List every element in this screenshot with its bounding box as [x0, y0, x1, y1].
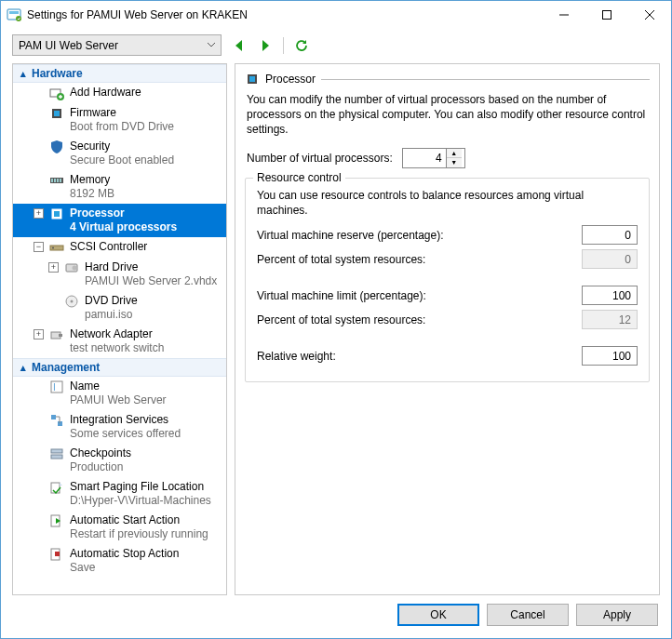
dvd-icon — [64, 294, 79, 309]
reserve-pct-readonly — [582, 249, 638, 269]
relative-weight-label: Relative weight: — [257, 350, 582, 363]
svg-rect-17 — [54, 211, 60, 217]
tree-item-scsi-controller[interactable]: − SCSI Controller — [13, 237, 226, 258]
refresh-button[interactable] — [293, 37, 310, 54]
toolbar-divider — [283, 37, 284, 54]
cancel-button[interactable]: Cancel — [487, 604, 569, 626]
processor-icon — [49, 206, 64, 221]
num-virtual-processors-input[interactable] — [403, 152, 446, 165]
tree-item-integration-services[interactable]: Integration ServicesSome services offere… — [13, 410, 226, 444]
nav-back-button[interactable] — [231, 37, 248, 54]
vm-limit-input[interactable] — [582, 286, 638, 305]
panel-heading: Processor — [265, 73, 316, 86]
collapse-toggle[interactable]: − — [34, 242, 44, 252]
ok-button[interactable]: OK — [397, 604, 479, 626]
vm-selector-dropdown[interactable]: PAM UI Web Server — [12, 34, 222, 56]
num-virtual-processors-stepper[interactable]: ▲ ▼ — [402, 148, 465, 168]
svg-point-23 — [71, 300, 74, 303]
resource-control-legend: Resource control — [253, 171, 345, 184]
svg-rect-32 — [51, 483, 60, 493]
limit-pct-label: Percent of total system resources: — [257, 313, 582, 326]
tree-item-hard-drive[interactable]: + Hard DrivePAMUI Web Server 2.vhdx — [13, 258, 226, 291]
management-category-header[interactable]: ▴ Management — [13, 358, 226, 377]
tree-item-name[interactable]: I NamePAMUI Web Server — [13, 377, 226, 410]
integration-icon — [49, 413, 64, 428]
svg-rect-15 — [60, 179, 61, 182]
tree-item-network-adapter[interactable]: + Network Adaptertest network switch — [13, 325, 226, 358]
tree-item-dvd-drive[interactable]: DVD Drivepamui.iso — [13, 291, 226, 325]
svg-rect-35 — [55, 552, 60, 556]
app-icon — [7, 7, 21, 22]
toolbar: PAM UI Web Server — [1, 29, 671, 63]
auto-start-icon — [49, 513, 64, 528]
nav-forward-button[interactable] — [257, 37, 274, 54]
add-hardware-icon — [49, 86, 64, 100]
tree-item-smart-paging[interactable]: Smart Paging File LocationD:\Hyper-V\Vir… — [13, 477, 226, 511]
svg-text:I: I — [53, 382, 56, 393]
relative-weight-input[interactable] — [582, 346, 638, 366]
tree-item-auto-stop[interactable]: Automatic Stop ActionSave — [13, 544, 226, 578]
firmware-icon — [49, 106, 64, 121]
vm-reserve-input[interactable] — [582, 225, 638, 245]
chevron-down-icon — [208, 43, 215, 47]
titlebar: Settings for PAMUI Web Server on KRAKEN — [1, 1, 671, 29]
vm-limit-label: Virtual machine limit (percentage): — [257, 289, 582, 302]
hardware-category-header[interactable]: ▴ Hardware — [13, 64, 226, 83]
svg-rect-14 — [57, 179, 59, 182]
minimize-button[interactable] — [543, 1, 585, 29]
tree-item-add-hardware[interactable]: Add Hardware — [13, 83, 226, 103]
vm-selector-value: PAM UI Web Server — [19, 39, 118, 52]
hardware-category-label: Hardware — [32, 67, 83, 80]
expand-toggle[interactable]: + — [34, 329, 44, 339]
svg-point-21 — [73, 266, 77, 271]
limit-pct-readonly — [582, 310, 638, 329]
svg-rect-25 — [59, 334, 62, 337]
chevron-up-icon: ▴ — [19, 362, 28, 374]
apply-button[interactable]: Apply — [576, 604, 658, 626]
svg-rect-13 — [54, 179, 56, 182]
tree-item-security[interactable]: SecuritySecure Boot enabled — [13, 137, 226, 170]
svg-rect-10 — [54, 111, 60, 116]
auto-stop-icon — [49, 547, 64, 562]
dialog-body: ▴ Hardware Add Hardware FirmwareBoot fro… — [1, 63, 671, 601]
stepper-down[interactable]: ▼ — [447, 158, 462, 167]
maximize-button[interactable] — [585, 1, 628, 29]
paging-icon — [49, 480, 64, 495]
svg-rect-28 — [51, 415, 56, 419]
svg-rect-4 — [603, 11, 612, 20]
memory-icon — [49, 173, 64, 188]
name-icon: I — [49, 379, 64, 394]
num-virtual-processors-label: Number of virtual processors: — [247, 152, 393, 165]
svg-rect-37 — [249, 76, 255, 82]
processor-icon — [245, 72, 260, 87]
tree-item-auto-start[interactable]: Automatic Start ActionRestart if previou… — [13, 511, 226, 544]
svg-rect-1 — [9, 11, 19, 14]
chevron-up-icon: ▴ — [19, 68, 28, 80]
settings-tree[interactable]: ▴ Hardware Add Hardware FirmwareBoot fro… — [12, 63, 227, 595]
expand-toggle[interactable]: + — [48, 262, 59, 273]
scsi-icon — [49, 240, 64, 255]
network-adapter-icon — [49, 327, 64, 342]
resource-control-description: You can use resource controls to balance… — [257, 188, 638, 218]
window-controls — [543, 1, 671, 29]
svg-rect-12 — [51, 179, 53, 182]
settings-window: Settings for PAMUI Web Server on KRAKEN … — [0, 0, 672, 639]
tree-item-memory[interactable]: Memory8192 MB — [13, 170, 226, 204]
svg-rect-30 — [51, 449, 62, 453]
vm-reserve-label: Virtual machine reserve (percentage): — [257, 229, 582, 242]
stepper-up[interactable]: ▲ — [447, 149, 462, 158]
close-button[interactable] — [628, 1, 671, 29]
checkpoints-icon — [49, 446, 64, 461]
tree-item-processor[interactable]: + Processor4 Virtual processors — [13, 204, 226, 237]
window-title: Settings for PAMUI Web Server on KRAKEN — [27, 8, 543, 21]
tree-item-firmware[interactable]: FirmwareBoot from DVD Drive — [13, 103, 226, 137]
panel-description: You can modify the number of virtual pro… — [247, 92, 648, 137]
svg-point-19 — [52, 247, 54, 249]
expand-toggle[interactable]: + — [34, 208, 44, 219]
tree-item-checkpoints[interactable]: CheckpointsProduction — [13, 444, 226, 477]
svg-rect-31 — [51, 455, 62, 459]
reserve-pct-label: Percent of total system resources: — [257, 253, 582, 266]
shield-icon — [49, 140, 64, 154]
processor-settings-panel: Processor You can modify the number of v… — [235, 63, 660, 595]
section-divider — [321, 79, 650, 80]
